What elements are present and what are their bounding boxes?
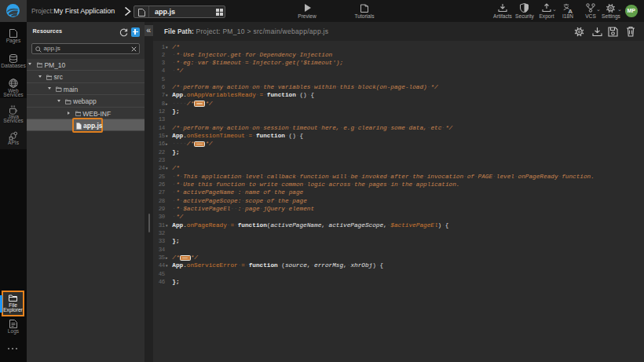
svg-text:A: A bbox=[568, 7, 573, 13]
